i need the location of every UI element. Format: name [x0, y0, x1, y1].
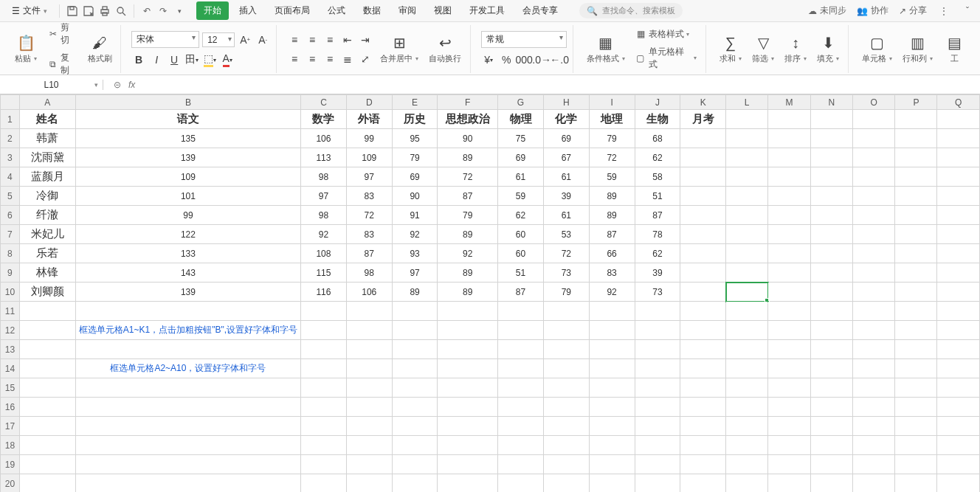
cell-E3[interactable]: 79	[392, 148, 438, 167]
cell-F6[interactable]: 79	[438, 206, 498, 225]
cell-O19[interactable]	[852, 455, 894, 474]
cell-A6[interactable]: 纤澈	[19, 206, 75, 225]
cell-N18[interactable]	[810, 436, 852, 455]
cell-F16[interactable]	[438, 398, 498, 417]
row-header-3[interactable]: 3	[1, 148, 20, 167]
cell-G14[interactable]	[498, 359, 544, 378]
cell-L6[interactable]	[726, 206, 768, 225]
cell-F12[interactable]	[438, 321, 498, 340]
cell-H13[interactable]	[543, 340, 589, 359]
cell-B14[interactable]: 框选单元格A2~A10，设置好字体和字号	[75, 359, 300, 378]
distribute-icon[interactable]: ≣	[340, 52, 355, 66]
print-preview-icon[interactable]	[114, 4, 128, 18]
cell-A10[interactable]: 刘卿颜	[19, 283, 75, 302]
cell-P18[interactable]	[895, 436, 937, 455]
cell-L2[interactable]	[726, 129, 768, 148]
cell-J3[interactable]: 62	[635, 148, 680, 167]
cell-K14[interactable]	[680, 359, 726, 378]
cell-M5[interactable]	[768, 187, 810, 206]
cell-D9[interactable]: 98	[346, 263, 392, 283]
cell-D8[interactable]: 87	[346, 244, 392, 263]
cell-H17[interactable]	[543, 417, 589, 436]
cell-G20[interactable]	[498, 474, 544, 493]
cell-F5[interactable]: 87	[438, 187, 498, 206]
col-header-D[interactable]: D	[346, 95, 392, 110]
col-header-K[interactable]: K	[680, 95, 726, 110]
cell-P14[interactable]	[895, 359, 937, 378]
cell-H3[interactable]: 67	[543, 148, 589, 167]
cells-button[interactable]: ▢单元格▾	[859, 32, 895, 66]
cell-N6[interactable]	[810, 206, 852, 225]
cell-J6[interactable]: 87	[635, 206, 680, 225]
cell-Q6[interactable]	[937, 206, 980, 225]
col-header-B[interactable]: B	[75, 95, 300, 110]
cell-N2[interactable]	[810, 129, 852, 148]
cell-Q12[interactable]	[937, 321, 980, 340]
wrap-text-button[interactable]: ↩ 自动换行	[426, 32, 464, 66]
align-top-icon[interactable]: ≡	[287, 32, 302, 47]
cell-J5[interactable]: 51	[635, 187, 680, 206]
col-header-M[interactable]: M	[768, 95, 810, 110]
col-header-N[interactable]: N	[810, 95, 852, 110]
cell-K15[interactable]	[680, 378, 726, 398]
cell-C17[interactable]	[301, 417, 347, 436]
row-header-9[interactable]: 9	[1, 263, 20, 283]
cell-K7[interactable]	[680, 225, 726, 244]
cell-B7[interactable]: 122	[75, 225, 300, 244]
cell-D4[interactable]: 97	[346, 167, 392, 187]
cell-P2[interactable]	[895, 129, 937, 148]
cell-A12[interactable]	[19, 321, 75, 340]
cell-L9[interactable]	[726, 263, 768, 283]
cell-A3[interactable]: 沈雨黛	[19, 148, 75, 167]
cell-F11[interactable]	[438, 302, 498, 321]
cell-G6[interactable]: 62	[498, 206, 544, 225]
cell-B5[interactable]: 101	[75, 187, 300, 206]
cell-E7[interactable]: 92	[392, 225, 438, 244]
cell-P16[interactable]	[895, 398, 937, 417]
col-header-H[interactable]: H	[543, 95, 589, 110]
file-menu[interactable]: ☰ 文件 ▾	[6, 2, 53, 19]
cell-L10[interactable]	[726, 283, 768, 302]
cell-O6[interactable]	[852, 206, 894, 225]
sheet-button[interactable]: ▤工	[940, 32, 968, 66]
cell-E11[interactable]	[392, 302, 438, 321]
save-as-icon[interactable]	[82, 4, 95, 18]
zoom-fx-icon[interactable]: ⊝	[114, 80, 121, 90]
row-header-13[interactable]: 13	[1, 340, 20, 359]
cell-A14[interactable]	[19, 359, 75, 378]
cell-C9[interactable]: 115	[301, 263, 347, 283]
row-header-6[interactable]: 6	[1, 206, 20, 225]
cell-M18[interactable]	[768, 436, 810, 455]
cell-D6[interactable]: 72	[346, 206, 392, 225]
cell-H11[interactable]	[543, 302, 589, 321]
row-header-14[interactable]: 14	[1, 359, 20, 378]
cell-I6[interactable]: 89	[589, 206, 635, 225]
cell-P6[interactable]	[895, 206, 937, 225]
cell-H16[interactable]	[543, 398, 589, 417]
select-all-corner[interactable]	[1, 95, 20, 110]
decrease-decimal-icon[interactable]: ←.0	[552, 52, 567, 67]
cell-G2[interactable]: 75	[498, 129, 544, 148]
tab-开始[interactable]: 开始	[196, 1, 229, 20]
cell-O18[interactable]	[852, 436, 894, 455]
cell-Q9[interactable]	[937, 263, 980, 283]
cell-C13[interactable]	[301, 340, 347, 359]
more-icon[interactable]: ⋮	[937, 4, 950, 18]
cell-M2[interactable]	[768, 129, 810, 148]
cell-B13[interactable]	[75, 340, 300, 359]
cell-B12[interactable]: 框选单元格A1~K1，点击加粗按钮"B",设置好字体和字号	[75, 321, 300, 340]
cell-A4[interactable]: 蓝颜月	[19, 167, 75, 187]
cell-H8[interactable]: 72	[543, 244, 589, 263]
tab-视图[interactable]: 视图	[427, 1, 459, 20]
cell-I11[interactable]	[589, 302, 635, 321]
cell-P7[interactable]	[895, 225, 937, 244]
align-right-icon[interactable]: ≡	[322, 52, 337, 66]
cell-I20[interactable]	[589, 474, 635, 493]
cell-Q1[interactable]	[937, 110, 980, 129]
cell-I12[interactable]	[589, 321, 635, 340]
row-header-7[interactable]: 7	[1, 225, 20, 244]
cell-I9[interactable]: 83	[589, 263, 635, 283]
row-header-20[interactable]: 20	[1, 474, 20, 493]
cell-M7[interactable]	[768, 225, 810, 244]
cell-O10[interactable]	[852, 283, 894, 302]
